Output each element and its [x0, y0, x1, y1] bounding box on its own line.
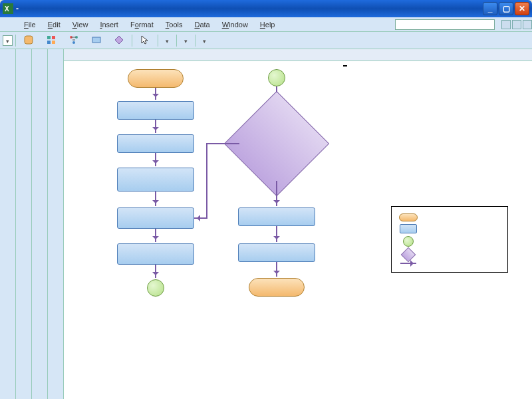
subdoc-controls	[501, 20, 532, 29]
arrow	[276, 226, 277, 242]
shape-decision[interactable]	[239, 106, 314, 181]
shape-connector-a-bottom[interactable]	[147, 279, 164, 297]
menu-view[interactable]: View	[67, 19, 94, 30]
shape-toolbar-2	[16, 49, 32, 399]
menu-tools[interactable]: Tools	[160, 19, 188, 30]
minimize-button[interactable]: _	[483, 2, 497, 15]
menu-insert[interactable]: Insert	[94, 19, 124, 30]
help-menu[interactable]	[198, 35, 211, 47]
window-title: -	[16, 4, 483, 13]
flowbreeze-menu[interactable]	[3, 35, 13, 46]
subdoc-minimize[interactable]	[501, 20, 511, 29]
svg-rect-4	[52, 36, 55, 39]
svg-rect-6	[52, 41, 55, 44]
subdoc-close[interactable]	[523, 20, 532, 29]
drawing-canvas	[80, 61, 532, 399]
tb-icon-2[interactable]	[41, 33, 61, 49]
arrow-yes	[276, 181, 277, 206]
arrow	[155, 153, 156, 166]
key-flowline-icon	[400, 263, 416, 264]
tb-icon-3[interactable]	[64, 33, 84, 49]
menu-file[interactable]: File	[19, 19, 41, 30]
shape-toolbar-3	[32, 49, 48, 399]
menu-format[interactable]: Format	[125, 19, 159, 30]
tb-cursor-icon[interactable]	[135, 33, 155, 49]
svg-rect-2	[25, 36, 33, 44]
key-process-icon	[400, 224, 417, 233]
shape-permanent-ca[interactable]	[117, 243, 194, 265]
arrow-no-v	[206, 143, 207, 218]
spreadsheet-grid[interactable]	[64, 49, 532, 399]
close-button[interactable]: ✕	[515, 2, 529, 15]
arrow	[155, 229, 156, 242]
arrow-no-end	[194, 217, 207, 219]
arrow	[155, 88, 156, 100]
tb-icon-1[interactable]	[19, 33, 39, 49]
key-terminator-icon	[399, 213, 418, 221]
shape-toolbar-4	[48, 49, 64, 399]
key-connector-icon	[403, 236, 414, 247]
arrow	[155, 192, 156, 206]
shape-start[interactable]	[128, 69, 184, 88]
tb-icon-4[interactable]	[86, 33, 106, 49]
shape-stop[interactable]	[249, 278, 305, 297]
menu-data[interactable]: Data	[189, 19, 215, 30]
insert-menu[interactable]	[161, 35, 174, 47]
shape-root-cause[interactable]	[117, 207, 194, 229]
help-search-input[interactable]	[395, 19, 495, 30]
svg-text:X: X	[5, 5, 9, 13]
menu-edit[interactable]: Edit	[43, 19, 66, 30]
shape-toolbar-1	[0, 49, 16, 399]
shape-connector-a-top[interactable]	[268, 69, 285, 86]
arrow	[276, 262, 277, 277]
menubar: File Edit View Insert Format Tools Data …	[0, 17, 532, 32]
window-titlebar: X - _ ▢ ✕	[0, 0, 532, 17]
arrow	[155, 265, 156, 278]
svg-rect-5	[47, 41, 51, 44]
flowbreeze-toolbar	[0, 32, 532, 49]
shape-prevent-recurrence[interactable]	[238, 207, 315, 226]
shape-establish-team[interactable]	[117, 101, 194, 120]
svg-rect-10	[92, 37, 100, 43]
svg-point-9	[72, 41, 75, 44]
arrow-no-h	[206, 143, 239, 144]
shape-interim-action[interactable]	[117, 168, 194, 192]
menu-window[interactable]: Window	[217, 19, 253, 30]
svg-rect-3	[47, 36, 51, 39]
flowchart-key	[391, 206, 508, 273]
drawing-tools-menu[interactable]	[180, 35, 192, 47]
maximize-button[interactable]: ▢	[499, 2, 513, 15]
subdoc-restore[interactable]	[512, 20, 521, 29]
arrow	[155, 120, 156, 133]
shape-describe-problem[interactable]	[117, 134, 194, 153]
tb-icon-5[interactable]	[109, 33, 129, 49]
process-table[interactable]	[343, 65, 347, 66]
shape-recognize-team[interactable]	[238, 243, 315, 262]
menu-help[interactable]: Help	[255, 19, 281, 30]
excel-icon: X	[3, 3, 13, 14]
